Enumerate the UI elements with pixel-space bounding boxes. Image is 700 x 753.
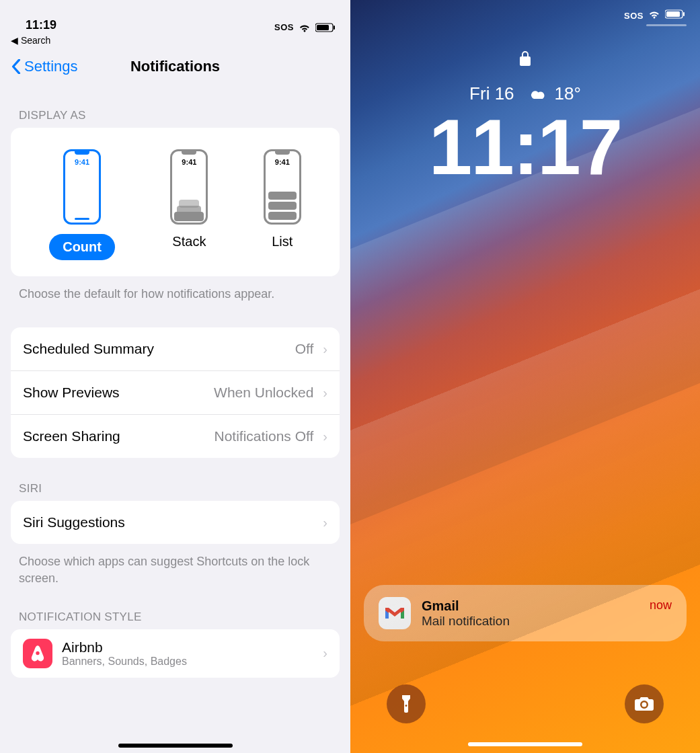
notification-card-gmail[interactable]: Gmail Mail notification now — [364, 585, 687, 641]
row-value: When Unlocked — [214, 385, 313, 401]
nav-header: Settings Notifications — [0, 46, 350, 82]
flashlight-icon — [399, 694, 414, 714]
section-display-as: DISPLAY AS — [0, 82, 350, 128]
siri-footer: Choose which apps can suggest Shortcuts … — [0, 544, 350, 586]
lock-screen: SOS Fri 16 18° 11:17 — [350, 0, 700, 753]
option-label-count: Count — [49, 234, 115, 260]
lock-date-row: Fri 16 18° — [350, 83, 700, 104]
display-option-stack[interactable]: 9:41 Stack — [170, 149, 208, 260]
battery-icon — [665, 9, 685, 22]
row-show-previews[interactable]: Show Previews When Unlocked › — [11, 371, 340, 415]
row-siri-suggestions[interactable]: Siri Suggestions › — [11, 501, 340, 544]
chevron-right-icon: › — [323, 645, 327, 661]
lock-date: Fri 16 — [469, 83, 514, 104]
display-as-footer: Choose the default for how notifications… — [0, 276, 350, 302]
weather-icon: 18° — [528, 83, 581, 104]
lock-icon — [518, 50, 532, 70]
chevron-right-icon: › — [323, 429, 327, 444]
phone-mock-stack: 9:41 — [170, 149, 208, 225]
notification-time: now — [650, 598, 672, 612]
status-time: 11:19 — [26, 18, 56, 32]
wifi-icon — [298, 23, 311, 32]
lock-temp: 18° — [555, 83, 581, 104]
back-triangle-icon: ◀ — [11, 35, 21, 46]
notification-title: Gmail — [422, 598, 639, 614]
app-row-airbnb[interactable]: Airbnb Banners, Sounds, Badges › — [11, 629, 340, 678]
mock-time: 9:41 — [266, 158, 299, 166]
settings-rows-card: Scheduled Summary Off › Show Previews Wh… — [11, 327, 340, 458]
phone-mock-list: 9:41 — [264, 149, 301, 225]
back-label: Settings — [24, 58, 78, 75]
back-search-label: Search — [21, 35, 50, 46]
section-notification-style: NOTIFICATION STYLE — [0, 586, 350, 629]
row-value: Off — [295, 341, 314, 357]
chevron-right-icon: › — [323, 385, 327, 401]
chevron-right-icon: › — [323, 515, 327, 530]
row-label: Show Previews — [23, 385, 120, 401]
flashlight-button[interactable] — [387, 684, 426, 723]
airbnb-app-icon — [23, 639, 52, 668]
option-label-list: List — [272, 234, 293, 249]
svg-rect-5 — [683, 12, 685, 16]
gmail-icon — [379, 597, 411, 629]
display-option-list[interactable]: 9:41 List — [264, 149, 301, 260]
status-bar: 11:19 SOS — [0, 0, 350, 34]
settings-screen: 11:19 SOS ◀ Search Settings Notification… — [0, 0, 350, 753]
back-button[interactable]: Settings — [11, 58, 78, 75]
svg-rect-4 — [666, 11, 680, 17]
svg-rect-1 — [317, 25, 329, 30]
lock-time: 11:17 — [350, 102, 700, 192]
row-scheduled-summary[interactable]: Scheduled Summary Off › — [11, 327, 340, 371]
home-indicator[interactable] — [118, 744, 233, 748]
style-card: Airbnb Banners, Sounds, Badges › — [11, 629, 340, 678]
lock-status-bar: SOS — [624, 9, 685, 22]
row-label: Scheduled Summary — [23, 341, 154, 357]
phone-mock-count: 9:41 — [63, 149, 101, 225]
back-to-search[interactable]: ◀ Search — [0, 34, 350, 46]
display-option-count[interactable]: 9:41 Count — [49, 149, 115, 260]
battery-icon — [315, 23, 336, 32]
sos-indicator: SOS — [274, 22, 294, 32]
mock-time: 9:41 — [65, 158, 99, 166]
app-sub: Banners, Sounds, Badges — [62, 656, 187, 668]
chevron-right-icon: › — [323, 342, 327, 357]
camera-button[interactable] — [625, 684, 664, 723]
wifi-icon — [648, 9, 661, 22]
notification-body: Mail notification — [422, 614, 639, 629]
row-screen-sharing[interactable]: Screen Sharing Notifications Off › — [11, 415, 340, 458]
svg-rect-2 — [334, 26, 335, 30]
sos-indicator: SOS — [624, 11, 644, 21]
app-name: Airbnb — [62, 639, 187, 656]
siri-card: Siri Suggestions › — [11, 501, 340, 544]
camera-icon — [634, 696, 654, 712]
row-label: Siri Suggestions — [23, 514, 125, 530]
row-label: Screen Sharing — [23, 428, 120, 444]
home-indicator[interactable] — [468, 742, 582, 746]
display-as-card: 9:41 Count 9:41 Stack 9:41 List — [11, 128, 340, 276]
page-title: Notifications — [130, 58, 220, 75]
section-siri: SIRI — [0, 458, 350, 501]
mock-time: 9:41 — [172, 158, 206, 166]
row-value: Notifications Off — [214, 428, 313, 444]
status-underline — [646, 24, 687, 26]
option-label-stack: Stack — [172, 234, 206, 249]
chevron-left-icon — [11, 59, 22, 74]
